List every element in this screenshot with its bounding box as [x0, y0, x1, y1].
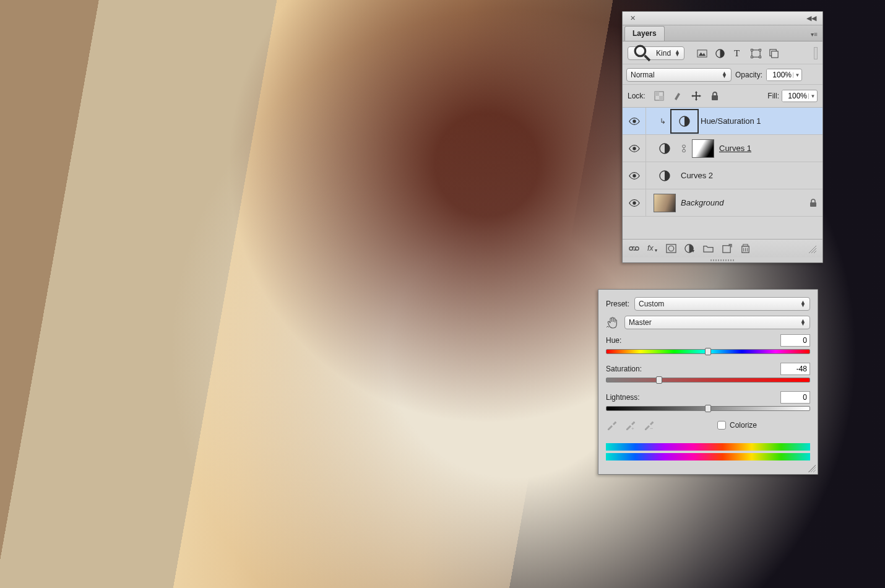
lightness-slider-thumb[interactable] [705, 405, 711, 412]
opacity-dropdown-icon[interactable]: ▼ [793, 72, 801, 78]
hue-slider-track[interactable] [606, 349, 810, 354]
saturation-slider-track[interactable] [606, 378, 810, 383]
spectrum-bar-input [606, 443, 810, 451]
eye-icon [629, 171, 640, 180]
hue-input[interactable] [780, 334, 810, 347]
filter-adjustment-icon[interactable] [715, 48, 725, 59]
delete-layer-icon[interactable] [740, 243, 751, 254]
fill-label: Fill: [767, 92, 779, 100]
svg-text:▾: ▾ [655, 248, 657, 253]
filter-type-select[interactable]: Kind ▲▼ [628, 46, 684, 60]
eye-icon [629, 117, 640, 126]
filter-smartobject-icon[interactable] [769, 48, 779, 59]
layer-name: Curves 2 [681, 171, 713, 180]
layer-thumb[interactable] [654, 166, 676, 185]
svg-rect-7 [751, 49, 753, 51]
filter-shape-icon[interactable] [751, 48, 761, 59]
spectrum-bar-output [606, 453, 810, 460]
resize-grip-icon[interactable] [808, 465, 816, 472]
svg-point-24 [632, 174, 636, 177]
lightness-input[interactable] [780, 391, 810, 404]
layer-thumb[interactable] [654, 194, 676, 212]
new-layer-icon[interactable] [722, 243, 732, 254]
hue-sat-panel: Preset: Custom ▲▼ Master ▲▼ Hue: Saturat… [598, 289, 818, 475]
filter-type-icon[interactable]: T [733, 48, 743, 59]
svg-rect-41 [743, 244, 748, 246]
layers-panel-header[interactable]: ✕ ◀◀ [623, 12, 822, 25]
opacity-input-wrap: ▼ [766, 69, 802, 81]
svg-rect-6 [752, 50, 760, 56]
eye-icon [629, 199, 640, 207]
blend-row: Normal ▲▼ Opacity: ▼ [623, 64, 822, 85]
visibility-toggle[interactable] [623, 108, 646, 134]
resize-grip-icon[interactable] [808, 244, 816, 253]
targeted-adjust-icon[interactable] [606, 316, 620, 329]
saturation-input[interactable] [780, 363, 810, 375]
add-mask-icon[interactable] [666, 243, 676, 254]
preset-select[interactable]: Custom ▲▼ [634, 297, 810, 311]
collapse-icon[interactable]: ◀◀ [806, 14, 822, 22]
svg-text:−: − [650, 425, 653, 431]
lock-paint-icon[interactable] [673, 91, 683, 101]
opacity-label: Opacity: [735, 71, 762, 79]
visibility-toggle[interactable] [623, 162, 646, 189]
layers-list: ↳ Hue/Saturation 1 Curves 1 [623, 108, 822, 217]
channel-select[interactable]: Master ▲▼ [624, 316, 810, 329]
svg-rect-27 [810, 202, 816, 207]
svg-text:T: T [734, 48, 740, 58]
svg-point-33 [668, 246, 674, 251]
fill-input[interactable] [782, 90, 808, 102]
panel-resize-grip[interactable] [623, 257, 822, 262]
search-icon [632, 43, 652, 63]
hue-label: Hue: [606, 336, 621, 345]
channel-value: Master [629, 318, 652, 327]
opacity-input[interactable] [767, 69, 793, 80]
layer-filter-row: Kind ▲▼ T [623, 41, 822, 64]
layer-row-background[interactable]: Background [623, 189, 822, 217]
mask-link-icon[interactable] [681, 144, 687, 153]
lock-all-icon[interactable] [710, 91, 720, 101]
layer-thumb[interactable] [673, 112, 696, 131]
panel-menu-icon[interactable]: ▾≡ [806, 31, 822, 41]
new-group-icon[interactable] [703, 243, 714, 254]
preset-value: Custom [639, 300, 664, 308]
eyedropper-icon[interactable] [606, 420, 617, 431]
lightness-label: Lightness: [606, 393, 640, 402]
layer-row-hue-saturation[interactable]: ↳ Hue/Saturation 1 [623, 108, 822, 135]
adjustment-icon [678, 115, 691, 128]
svg-text:fx: fx [647, 244, 654, 253]
svg-point-0 [635, 46, 645, 57]
blend-mode-select[interactable]: Normal ▲▼ [626, 68, 732, 82]
filter-pixel-icon[interactable] [697, 48, 707, 59]
tab-layers[interactable]: Layers [624, 26, 665, 41]
saturation-slider-thumb[interactable] [656, 376, 662, 384]
new-adjustment-icon[interactable]: ▾ [684, 243, 695, 254]
lock-icon [809, 199, 818, 207]
blend-mode-value: Normal [631, 71, 655, 79]
lightness-slider-track[interactable] [606, 406, 810, 411]
visibility-toggle[interactable] [623, 135, 646, 162]
saturation-slider-group: Saturation: [606, 363, 810, 383]
lock-transparent-icon[interactable] [654, 91, 664, 101]
layer-row-curves1[interactable]: Curves 1 [623, 135, 822, 162]
eyedropper-plus-icon[interactable]: + [624, 420, 636, 431]
filter-toggle[interactable] [814, 47, 818, 59]
svg-point-19 [632, 147, 636, 150]
svg-rect-16 [712, 95, 718, 100]
eyedropper-minus-icon[interactable]: − [643, 420, 654, 431]
hue-slider-group: Hue: [606, 334, 810, 354]
layer-thumb[interactable] [654, 139, 676, 158]
filter-type-label: Kind [656, 49, 671, 58]
layer-mask-thumb[interactable] [692, 139, 714, 158]
fill-dropdown-icon[interactable]: ▼ [808, 93, 817, 99]
layer-fx-icon[interactable]: fx▾ [647, 243, 658, 254]
colorize-checkbox[interactable] [717, 421, 726, 430]
link-layers-icon[interactable] [629, 243, 639, 254]
hue-slider-thumb[interactable] [705, 348, 711, 355]
visibility-toggle[interactable] [623, 189, 646, 216]
lock-position-icon[interactable] [691, 91, 701, 101]
close-icon[interactable]: ✕ [623, 14, 642, 22]
panel-tabstrip: Layers ▾≡ [623, 25, 822, 41]
layer-row-curves2[interactable]: Curves 2 [623, 162, 822, 189]
spectrum-preview [606, 443, 810, 460]
